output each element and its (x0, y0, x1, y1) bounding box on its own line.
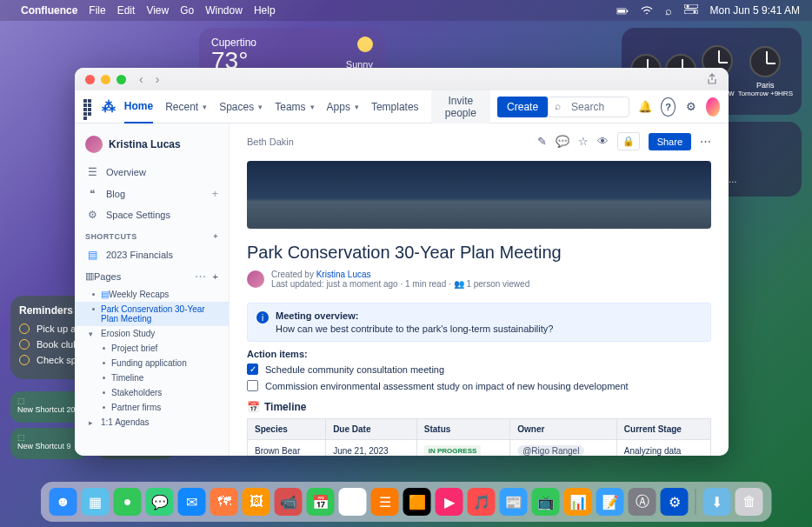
trash-icon[interactable]: 🗑 (735, 488, 763, 516)
profile-avatar[interactable] (706, 97, 720, 117)
nav-spaces[interactable]: Spaces (219, 101, 263, 113)
page-tree-item[interactable]: Timeline (75, 370, 229, 385)
svg-point-5 (686, 5, 689, 8)
star-icon[interactable]: ☆ (578, 135, 589, 148)
dock-app-icon[interactable]: Ⓐ (629, 488, 656, 516)
dock-app-icon[interactable]: ✉ (178, 488, 206, 516)
confluence-logo-icon[interactable]: ⁂ (102, 98, 116, 115)
dock-app-icon[interactable]: 📊 (564, 488, 592, 516)
page-tree-item[interactable]: ▾Erosion Study (75, 326, 229, 341)
sidebar-pages[interactable]: ▥Pages⋯+ (75, 265, 229, 287)
search-input[interactable]: Search (548, 97, 629, 117)
page-tree-item[interactable]: Project brief (75, 341, 229, 356)
control-center-icon[interactable] (684, 4, 698, 17)
menubar-clock[interactable]: Mon Jun 5 9:41 AM (710, 4, 800, 17)
page-tree-item[interactable]: Stakeholders (75, 385, 229, 400)
nav-apps[interactable]: Apps (327, 101, 359, 113)
notifications-icon[interactable]: 🔔 (638, 97, 652, 117)
more-icon[interactable]: ⋯ (195, 270, 206, 283)
settings-icon[interactable]: ⚙ (684, 97, 698, 117)
more-icon[interactable]: ⋯ (700, 135, 711, 148)
dock-app-icon[interactable]: ☰ (371, 488, 399, 516)
dock-app-icon[interactable]: ▦ (82, 488, 110, 516)
menu-edit[interactable]: Edit (117, 4, 136, 17)
dock-app-icon[interactable]: 🖼 (243, 488, 270, 516)
dock-app-icon[interactable]: 📹 (275, 488, 303, 516)
create-button[interactable]: Create (497, 97, 548, 117)
sidebar-overview[interactable]: ☰Overview (75, 162, 229, 183)
app-switcher-icon[interactable] (83, 99, 95, 115)
radio-icon[interactable] (19, 324, 30, 334)
svg-rect-2 (627, 10, 628, 13)
dock-app-icon[interactable]: ☻ (50, 488, 77, 516)
breadcrumb[interactable]: Beth Dakin (247, 137, 294, 147)
menu-file[interactable]: File (89, 4, 105, 17)
chevron-icon[interactable]: ▾ (89, 330, 93, 338)
dock-app-icon[interactable]: 📺 (532, 488, 560, 516)
dock-app-icon[interactable]: ▶ (436, 488, 463, 516)
zoom-button[interactable] (116, 75, 126, 84)
shortcut-item[interactable]: ▤2023 Financials (75, 244, 229, 265)
dock-app-icon[interactable]: 📅 (307, 488, 335, 516)
space-header[interactable]: Kristina Lucas (75, 132, 229, 162)
edit-icon[interactable]: ✎ (537, 135, 547, 148)
watch-icon[interactable]: 👁 (597, 135, 609, 148)
wifi-icon[interactable] (641, 5, 653, 16)
nav-recent[interactable]: Recent (165, 101, 207, 113)
svg-point-6 (693, 10, 696, 13)
app-menu[interactable]: Confluence (21, 4, 77, 17)
nav-templates[interactable]: Templates (371, 101, 419, 113)
plus-icon[interactable]: + (213, 232, 218, 241)
menu-window[interactable]: Window (205, 4, 243, 17)
restrictions-icon[interactable]: 🔒 (617, 132, 640, 150)
menu-go[interactable]: Go (180, 4, 194, 17)
dock-app-icon[interactable]: 🗺 (210, 488, 238, 516)
sidebar-space-settings[interactable]: ⚙Space Settings (75, 204, 229, 225)
dock-app-icon[interactable]: ● (114, 488, 142, 516)
menu-view[interactable]: View (146, 4, 169, 17)
dock-app-icon[interactable]: ✓ (339, 488, 367, 516)
page-tree-item[interactable]: ▤ Weekly Recaps (75, 287, 229, 302)
th-due: Due Date (326, 419, 417, 440)
dock-app-icon[interactable]: ⚙ (661, 488, 689, 516)
checkbox[interactable] (247, 380, 258, 391)
author-avatar (247, 270, 264, 288)
battery-icon[interactable] (616, 5, 629, 16)
nav-teams[interactable]: Teams (275, 101, 314, 113)
radio-icon[interactable] (19, 339, 30, 350)
share-button[interactable]: Share (649, 133, 691, 150)
plus-icon[interactable]: + (213, 271, 218, 282)
page-tree-item[interactable]: Park Conservation 30-Year Plan Meeting (75, 302, 229, 326)
dock-app-icon[interactable]: 📰 (500, 488, 528, 516)
nav-home[interactable]: Home (124, 90, 153, 123)
minimize-button[interactable] (101, 75, 110, 84)
page-tree-item[interactable]: Partner firms (75, 400, 229, 415)
checkbox[interactable]: ✓ (247, 364, 258, 375)
dock-app-icon[interactable]: 💬 (146, 488, 174, 516)
menu-help[interactable]: Help (254, 4, 276, 17)
back-icon[interactable]: ‹ (139, 72, 143, 86)
th-owner: Owner (510, 419, 617, 440)
share-icon[interactable] (706, 73, 718, 85)
invite-people-button[interactable]: Invite people (431, 90, 490, 123)
calendar-icon: 📅 (247, 401, 260, 413)
chevron-icon[interactable]: ▸ (89, 418, 93, 427)
sidebar-blog[interactable]: ❝Blog+ (75, 183, 229, 204)
close-button[interactable] (85, 75, 95, 84)
radio-icon[interactable] (19, 355, 30, 365)
dock-app-icon[interactable]: 📝 (596, 488, 624, 516)
comment-icon[interactable]: 💬 (556, 135, 569, 148)
user-mention[interactable]: @Rigo Rangel (517, 445, 584, 456)
timeline-table: Species Due Date Status Owner Current St… (247, 418, 711, 456)
plus-icon[interactable]: + (211, 187, 218, 200)
page-tree-item[interactable]: Funding application (75, 356, 229, 370)
downloads-icon[interactable]: ⬇ (703, 488, 731, 516)
gear-icon: ⚙ (85, 209, 99, 221)
th-stage: Current Stage (616, 419, 710, 440)
forward-icon[interactable]: › (156, 72, 160, 86)
spotlight-icon[interactable]: ⌕ (665, 4, 672, 17)
help-icon[interactable]: ? (661, 97, 675, 117)
dock-app-icon[interactable]: 🎵 (468, 488, 496, 516)
page-tree-item[interactable]: ▸1:1 Agendas (75, 415, 229, 430)
dock-app-icon[interactable]: 🟧 (403, 488, 431, 516)
